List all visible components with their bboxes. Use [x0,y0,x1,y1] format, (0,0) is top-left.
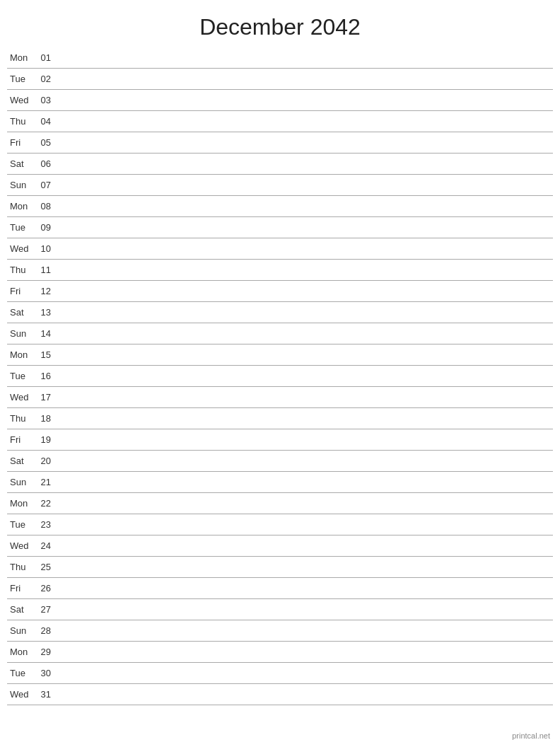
day-number: 15 [35,349,57,360]
day-line [57,248,553,249]
day-number: 01 [35,52,57,63]
day-line [57,121,553,122]
day-row: Mon01 [7,47,553,69]
day-name: Wed [7,243,35,254]
day-name: Sat [7,604,35,615]
day-row: Thu25 [7,557,553,578]
day-name: Tue [7,519,35,530]
day-line [57,673,553,673]
day-line [57,376,553,376]
day-number: 12 [35,286,57,296]
day-name: Tue [7,74,35,84]
day-number: 16 [35,371,57,381]
day-row: Fri05 [7,132,553,154]
day-name: Wed [7,95,35,105]
day-name: Sun [7,180,35,190]
day-number: 05 [35,137,57,148]
day-line [57,333,553,334]
day-number: 10 [35,243,57,254]
day-line [57,588,553,589]
day-name: Fri [7,583,35,593]
day-number: 31 [35,689,57,700]
day-row: Wed31 [7,684,553,705]
day-number: 30 [35,668,57,678]
calendar-container: Mon01Tue02Wed03Thu04Fri05Sat06Sun07Mon08… [0,47,560,705]
footer-label: printcal.net [512,731,550,740]
day-line [57,524,553,525]
day-row: Tue23 [7,514,553,535]
day-row: Wed24 [7,535,553,557]
day-row: Sun07 [7,175,553,196]
day-line [57,270,553,270]
day-row: Sat27 [7,599,553,620]
day-row: Sun28 [7,620,553,642]
day-number: 18 [35,413,57,424]
day-number: 22 [35,498,57,509]
day-line [57,312,553,313]
day-row: Thu04 [7,111,553,132]
day-line [57,418,553,419]
day-row: Fri19 [7,429,553,451]
day-line [57,57,553,58]
day-line [57,227,553,228]
day-number: 08 [35,201,57,212]
day-row: Sat06 [7,154,553,175]
day-name: Sat [7,158,35,169]
day-name: Thu [7,116,35,127]
day-number: 06 [35,158,57,169]
day-number: 11 [35,265,57,275]
day-row: Sun14 [7,323,553,344]
day-line [57,163,553,164]
day-name: Mon [7,349,35,360]
day-line [57,545,553,546]
day-name: Mon [7,201,35,212]
day-number: 29 [35,647,57,657]
day-row: Fri26 [7,578,553,599]
day-number: 07 [35,180,57,190]
day-name: Mon [7,498,35,509]
day-name: Mon [7,647,35,657]
day-row: Wed17 [7,387,553,408]
day-number: 02 [35,74,57,84]
day-row: Mon29 [7,642,553,663]
day-number: 09 [35,222,57,233]
day-number: 23 [35,519,57,530]
day-row: Tue09 [7,217,553,238]
day-line [57,461,553,461]
day-line [57,482,553,482]
day-number: 27 [35,604,57,615]
day-row: Sun21 [7,472,553,493]
day-row: Sat13 [7,302,553,323]
day-name: Tue [7,222,35,233]
day-row: Mon08 [7,196,553,217]
day-line [57,652,553,652]
day-number: 28 [35,625,57,636]
day-name: Wed [7,540,35,551]
day-line [57,185,553,185]
day-line [57,100,553,100]
day-number: 13 [35,307,57,318]
day-number: 26 [35,583,57,593]
day-row: Mon15 [7,344,553,366]
day-line [57,503,553,504]
day-name: Fri [7,137,35,148]
day-row: Sat20 [7,451,553,472]
day-name: Sun [7,625,35,636]
day-name: Sun [7,328,35,339]
day-line [57,694,553,695]
day-row: Tue02 [7,69,553,90]
day-line [57,142,553,143]
day-row: Fri12 [7,281,553,302]
day-name: Sun [7,477,35,487]
day-name: Wed [7,392,35,403]
day-line [57,567,553,567]
day-line [57,291,553,291]
day-line [57,397,553,398]
day-name: Tue [7,668,35,678]
day-name: Wed [7,689,35,700]
day-line [57,206,553,207]
day-line [57,439,553,440]
day-number: 20 [35,456,57,466]
page-title: December 2042 [0,0,560,47]
day-name: Mon [7,52,35,63]
